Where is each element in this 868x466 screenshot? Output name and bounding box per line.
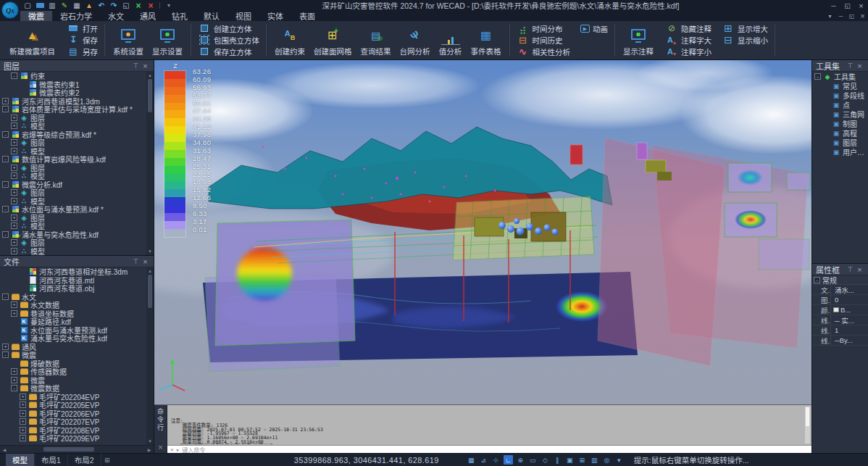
close-all-icon[interactable]	[145, 1, 157, 10]
tree-row[interactable]: + 模型	[0, 222, 146, 230]
print-icon[interactable]	[71, 1, 83, 10]
ribbon-button[interactable]: 注释字小	[662, 46, 714, 57]
ribbon-button[interactable]: 时间分布	[514, 22, 574, 34]
property-row[interactable]: 颜... B...	[812, 305, 868, 315]
tree-row[interactable]: + 毛坪矿202209EVP	[0, 434, 146, 443]
expander-icon[interactable]: +	[2, 344, 9, 350]
expander-icon[interactable]: +	[20, 435, 26, 441]
property-row[interactable]: 图... 0	[812, 295, 868, 305]
tree-row[interactable]: + 图层	[0, 214, 146, 222]
pin-icon[interactable]	[131, 258, 141, 265]
expander-icon[interactable]: -	[2, 106, 9, 112]
tree-row[interactable]: + 毛坪矿202206EVP	[0, 409, 146, 418]
tree-row[interactable]: 蔓延路径.kdf	[0, 317, 146, 326]
tree-row[interactable]: + 模型	[0, 147, 146, 156]
tree-row[interactable]: + 毛坪矿202205EVP	[0, 401, 146, 409]
expander-icon[interactable]: -	[11, 72, 17, 79]
scrollbar-thumb[interactable]	[806, 407, 809, 426]
tree-row[interactable]: - 岩爆等级综合预测.kdf *	[0, 130, 146, 139]
save-icon[interactable]	[46, 1, 58, 10]
expander-icon[interactable]	[20, 277, 26, 283]
close-icon[interactable]	[141, 62, 150, 70]
restore-button[interactable]	[840, 1, 854, 11]
expander-icon[interactable]	[823, 130, 830, 136]
edit-icon[interactable]	[59, 1, 70, 10]
tree-row[interactable]: - 约束	[0, 72, 146, 80]
parallel-icon[interactable]: ∥	[553, 455, 562, 465]
expander-icon[interactable]: +	[20, 427, 26, 433]
center-snap-icon[interactable]: ◎	[602, 455, 612, 465]
expander-icon[interactable]: +	[20, 401, 26, 408]
expander-icon[interactable]: -	[2, 294, 9, 300]
expander-icon[interactable]: +	[11, 222, 17, 229]
grid-display-icon[interactable]: ⊹	[491, 455, 501, 465]
ribbon-button[interactable]: 值分析	[435, 22, 467, 58]
ribbon-button[interactable]: 打开	[64, 22, 101, 34]
tree-row[interactable]: 涌水量与突水危险性.kdf	[0, 334, 146, 343]
menu-tab[interactable]: 通风	[132, 11, 164, 21]
tree-row[interactable]: + 图层	[0, 138, 146, 147]
expander-icon[interactable]: +	[11, 215, 17, 221]
tree-row[interactable]: + 微震	[0, 376, 146, 385]
close-file-icon[interactable]	[133, 1, 144, 10]
ribbon-button[interactable]: 保存	[64, 34, 101, 46]
ribbon-button[interactable]: 包围壳立方体	[195, 34, 262, 46]
expander-icon[interactable]	[823, 92, 830, 99]
scroll-down-icon[interactable]	[148, 438, 152, 445]
expander-icon[interactable]: +	[11, 239, 17, 246]
workspace-icon[interactable]: ▾	[614, 455, 624, 465]
expander-icon[interactable]: -	[2, 351, 9, 358]
tree-row[interactable]: 高程	[812, 128, 868, 138]
expander-icon[interactable]: +	[11, 139, 17, 146]
tree-row[interactable]: - 数值计算岩爆风险等级.kdf	[0, 155, 146, 164]
layout-tab[interactable]: 布局1	[35, 454, 68, 466]
tree-row[interactable]: 微震表约束2	[0, 88, 146, 97]
close-button[interactable]	[854, 1, 868, 11]
tree-row[interactable]: + 毛坪矿202207EVP	[0, 417, 146, 426]
tree-row[interactable]: 制图	[812, 119, 868, 128]
transparency-icon[interactable]: ◇	[541, 455, 550, 465]
close-icon[interactable]	[855, 265, 864, 274]
expander-icon[interactable]: +	[11, 172, 17, 179]
scrollbar-thumb[interactable]	[148, 275, 152, 308]
expander-icon[interactable]: -	[2, 131, 9, 138]
ribbon-button[interactable]: 显示设置	[148, 22, 187, 58]
ribbon-button[interactable]: 隐藏注释	[662, 22, 714, 34]
ribbon-button[interactable]: 系统设置	[109, 22, 148, 58]
files-hscrollbar[interactable]	[0, 445, 154, 453]
minimize-button[interactable]	[827, 1, 840, 11]
expander-icon[interactable]: +	[11, 301, 17, 308]
tree-row[interactable]: 多段线	[812, 91, 868, 100]
annotation-scale-icon[interactable]: ▥	[590, 455, 599, 465]
expander-icon[interactable]	[823, 149, 830, 155]
redo-icon[interactable]	[108, 1, 120, 10]
scroll-right-icon[interactable]	[145, 447, 154, 452]
ribbon-button[interactable]: 创建立方体	[195, 22, 262, 34]
ribbon-button[interactable]: 显示缩小	[719, 34, 771, 46]
menu-tab[interactable]: 岩石力学	[52, 11, 100, 21]
tree-row[interactable]: - 岩体质量评估与采场宽度计算.kdf *	[0, 105, 146, 114]
expander-icon[interactable]: -	[2, 231, 9, 238]
expander-icon[interactable]: +	[11, 377, 17, 383]
mdi-close-button[interactable]	[857, 12, 868, 20]
scrollbar-thumb[interactable]	[148, 79, 152, 112]
expander-icon[interactable]: +	[11, 148, 17, 154]
app-logo-icon[interactable]: Qx	[1, 1, 19, 19]
scroll-up-icon[interactable]	[148, 267, 152, 275]
tree-row[interactable]: - 微震	[0, 351, 146, 359]
tree-row[interactable]: + 毛坪矿202208EVP	[0, 426, 146, 435]
tree-row[interactable]: 用户扩展	[812, 147, 868, 157]
ribbon-button[interactable]: 新建微震项目	[5, 22, 59, 58]
tree-row[interactable]: + 水文数据	[0, 301, 146, 309]
mdi-menu-icon[interactable]	[825, 12, 835, 20]
expander-icon[interactable]: +	[11, 115, 17, 121]
new-file-icon[interactable]	[22, 1, 33, 10]
expander-icon[interactable]	[20, 285, 26, 291]
expander-icon[interactable]: -	[814, 277, 820, 283]
tree-row[interactable]: + 河东河西巷道模型1.3dm	[0, 97, 146, 106]
command-input[interactable]: 键入命令	[167, 445, 811, 453]
ribbon-button[interactable]: 台网分析	[396, 22, 435, 58]
expander-icon[interactable]	[20, 89, 26, 96]
expander-icon[interactable]: -	[2, 206, 9, 212]
close-icon[interactable]	[855, 62, 864, 70]
